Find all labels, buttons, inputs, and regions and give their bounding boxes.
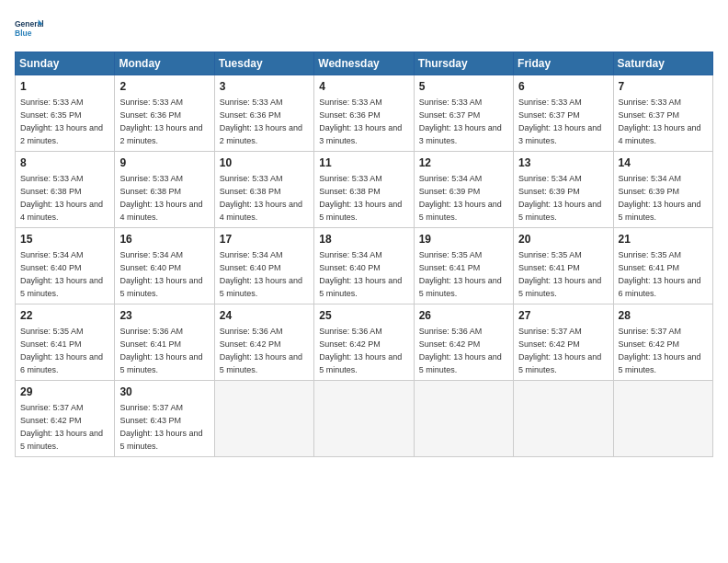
header-thursday: Thursday [414, 52, 513, 75]
table-row: 30Sunrise: 5:37 AMSunset: 6:43 PMDayligh… [115, 380, 214, 456]
day-info: Sunrise: 5:35 AMSunset: 6:41 PMDaylight:… [20, 327, 103, 374]
table-row: 22Sunrise: 5:35 AMSunset: 6:41 PMDayligh… [16, 304, 115, 380]
day-info: Sunrise: 5:33 AMSunset: 6:37 PMDaylight:… [419, 98, 502, 145]
day-info: Sunrise: 5:33 AMSunset: 6:38 PMDaylight:… [119, 174, 202, 222]
logo: General Blue [15, 15, 44, 44]
day-info: Sunrise: 5:34 AMSunset: 6:39 PMDaylight:… [518, 174, 601, 222]
day-number: 21 [619, 232, 708, 247]
day-number: 12 [419, 155, 508, 171]
table-row: 20Sunrise: 5:35 AMSunset: 6:41 PMDayligh… [514, 227, 613, 304]
table-row: 8Sunrise: 5:33 AMSunset: 6:38 PMDaylight… [16, 151, 115, 227]
day-info: Sunrise: 5:36 AMSunset: 6:42 PMDaylight:… [319, 327, 402, 374]
day-number: 22 [20, 308, 109, 324]
table-row: 27Sunrise: 5:37 AMSunset: 6:42 PMDayligh… [514, 304, 613, 380]
table-row: 12Sunrise: 5:34 AMSunset: 6:39 PMDayligh… [414, 151, 513, 227]
table-row: 21Sunrise: 5:35 AMSunset: 6:41 PMDayligh… [613, 227, 712, 304]
table-row: 25Sunrise: 5:36 AMSunset: 6:42 PMDayligh… [314, 304, 414, 380]
calendar-week-row: 1Sunrise: 5:33 AMSunset: 6:35 PMDaylight… [16, 75, 713, 152]
header-wednesday: Wednesday [314, 52, 414, 75]
day-info: Sunrise: 5:37 AMSunset: 6:42 PMDaylight:… [619, 327, 701, 374]
day-number: 1 [20, 79, 109, 95]
table-row: 14Sunrise: 5:34 AMSunset: 6:39 PMDayligh… [613, 151, 712, 227]
table-row: 15Sunrise: 5:34 AMSunset: 6:40 PMDayligh… [16, 227, 115, 304]
day-number: 28 [619, 308, 708, 324]
day-info: Sunrise: 5:34 AMSunset: 6:40 PMDaylight:… [20, 250, 103, 298]
table-row: 17Sunrise: 5:34 AMSunset: 6:40 PMDayligh… [214, 227, 313, 304]
day-info: Sunrise: 5:33 AMSunset: 6:37 PMDaylight:… [518, 98, 601, 145]
day-number: 11 [319, 155, 408, 171]
table-row [613, 380, 712, 456]
table-row: 6Sunrise: 5:33 AMSunset: 6:37 PMDaylight… [514, 75, 613, 152]
day-info: Sunrise: 5:33 AMSunset: 6:36 PMDaylight:… [220, 98, 302, 145]
day-number: 7 [619, 79, 708, 95]
day-number: 30 [119, 385, 209, 400]
day-number: 24 [220, 308, 309, 324]
day-number: 26 [419, 308, 508, 324]
day-info: Sunrise: 5:33 AMSunset: 6:38 PMDaylight:… [220, 174, 302, 222]
table-row: 2Sunrise: 5:33 AMSunset: 6:36 PMDaylight… [115, 75, 214, 152]
table-row: 9Sunrise: 5:33 AMSunset: 6:38 PMDaylight… [115, 151, 214, 227]
day-number: 5 [419, 79, 508, 95]
calendar-week-row: 22Sunrise: 5:35 AMSunset: 6:41 PMDayligh… [16, 304, 713, 380]
day-number: 16 [119, 232, 209, 247]
day-info: Sunrise: 5:37 AMSunset: 6:43 PMDaylight:… [119, 403, 202, 451]
day-info: Sunrise: 5:36 AMSunset: 6:42 PMDaylight:… [419, 327, 502, 374]
table-row: 29Sunrise: 5:37 AMSunset: 6:42 PMDayligh… [16, 380, 115, 456]
table-row [514, 380, 613, 456]
table-row [314, 380, 414, 456]
table-row: 19Sunrise: 5:35 AMSunset: 6:41 PMDayligh… [414, 227, 513, 304]
table-row: 3Sunrise: 5:33 AMSunset: 6:36 PMDaylight… [214, 75, 313, 152]
day-info: Sunrise: 5:37 AMSunset: 6:42 PMDaylight:… [518, 327, 601, 374]
table-row: 4Sunrise: 5:33 AMSunset: 6:36 PMDaylight… [314, 75, 414, 152]
page-header: General Blue [15, 15, 713, 44]
day-info: Sunrise: 5:34 AMSunset: 6:40 PMDaylight:… [119, 250, 202, 298]
table-row: 18Sunrise: 5:34 AMSunset: 6:40 PMDayligh… [314, 227, 414, 304]
table-row: 23Sunrise: 5:36 AMSunset: 6:41 PMDayligh… [115, 304, 214, 380]
calendar-table: Sunday Monday Tuesday Wednesday Thursday… [15, 52, 713, 457]
day-number: 6 [518, 79, 608, 95]
table-row: 1Sunrise: 5:33 AMSunset: 6:35 PMDaylight… [16, 75, 115, 152]
day-info: Sunrise: 5:34 AMSunset: 6:40 PMDaylight:… [319, 250, 402, 298]
day-info: Sunrise: 5:33 AMSunset: 6:36 PMDaylight:… [319, 98, 402, 145]
header-monday: Monday [115, 52, 214, 75]
table-row [214, 380, 313, 456]
day-info: Sunrise: 5:33 AMSunset: 6:36 PMDaylight:… [119, 98, 202, 145]
table-row: 11Sunrise: 5:33 AMSunset: 6:38 PMDayligh… [314, 151, 414, 227]
day-number: 10 [220, 155, 309, 171]
day-number: 13 [518, 155, 608, 171]
day-number: 23 [119, 308, 209, 324]
weekday-header-row: Sunday Monday Tuesday Wednesday Thursday… [16, 52, 713, 75]
day-info: Sunrise: 5:34 AMSunset: 6:40 PMDaylight:… [220, 250, 302, 298]
day-number: 3 [220, 79, 309, 95]
header-friday: Friday [514, 52, 613, 75]
header-saturday: Saturday [613, 52, 712, 75]
svg-text:Blue: Blue [15, 29, 32, 38]
day-info: Sunrise: 5:33 AMSunset: 6:38 PMDaylight:… [319, 174, 402, 222]
calendar-week-row: 15Sunrise: 5:34 AMSunset: 6:40 PMDayligh… [16, 227, 713, 304]
day-info: Sunrise: 5:35 AMSunset: 6:41 PMDaylight:… [518, 250, 601, 298]
day-number: 9 [119, 155, 209, 171]
table-row: 26Sunrise: 5:36 AMSunset: 6:42 PMDayligh… [414, 304, 513, 380]
day-number: 8 [20, 155, 109, 171]
day-number: 17 [220, 232, 309, 247]
day-info: Sunrise: 5:34 AMSunset: 6:39 PMDaylight:… [419, 174, 502, 222]
day-number: 27 [518, 308, 608, 324]
day-number: 19 [419, 232, 508, 247]
table-row: 16Sunrise: 5:34 AMSunset: 6:40 PMDayligh… [115, 227, 214, 304]
table-row: 7Sunrise: 5:33 AMSunset: 6:37 PMDaylight… [613, 75, 712, 152]
day-info: Sunrise: 5:33 AMSunset: 6:35 PMDaylight:… [20, 98, 103, 145]
day-number: 15 [20, 232, 109, 247]
day-number: 14 [619, 155, 708, 171]
table-row: 13Sunrise: 5:34 AMSunset: 6:39 PMDayligh… [514, 151, 613, 227]
day-number: 4 [319, 79, 408, 95]
table-row: 28Sunrise: 5:37 AMSunset: 6:42 PMDayligh… [613, 304, 712, 380]
day-info: Sunrise: 5:36 AMSunset: 6:41 PMDaylight:… [119, 327, 202, 374]
table-row: 24Sunrise: 5:36 AMSunset: 6:42 PMDayligh… [214, 304, 313, 380]
day-number: 18 [319, 232, 408, 247]
day-info: Sunrise: 5:37 AMSunset: 6:42 PMDaylight:… [20, 403, 103, 451]
header-sunday: Sunday [16, 52, 115, 75]
calendar-week-row: 8Sunrise: 5:33 AMSunset: 6:38 PMDaylight… [16, 151, 713, 227]
day-info: Sunrise: 5:33 AMSunset: 6:38 PMDaylight:… [20, 174, 103, 222]
logo-svg: General Blue [15, 15, 44, 44]
header-tuesday: Tuesday [214, 52, 313, 75]
